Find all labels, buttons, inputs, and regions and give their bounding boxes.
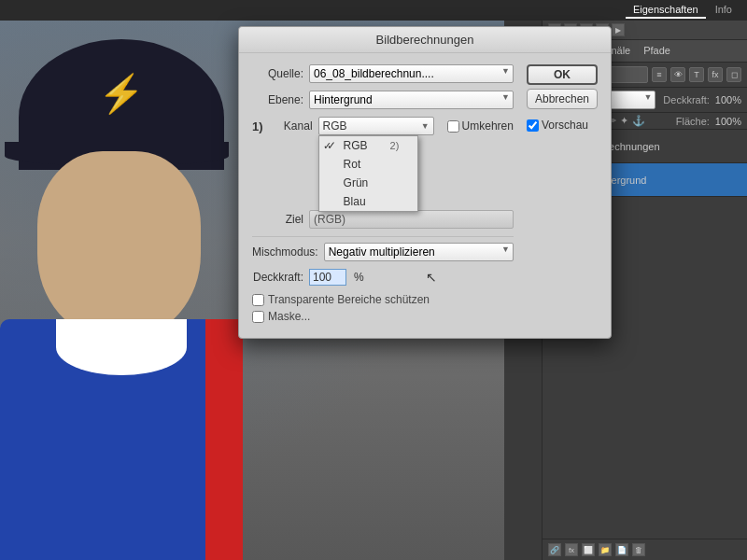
transparente-checkbox[interactable] [252,294,264,306]
kanal-section: 1) Kanal RGB ▼ [252,117,514,135]
quelle-row: Quelle: 06_08_bildberechnun.... [252,64,514,83]
icon-actions[interactable]: ▶ [612,23,625,36]
dropdown-label-rot: Rot [344,158,361,171]
bottom-checkboxes: Transparente Bereiche schützen Maske... [252,293,514,323]
annotation-1: 1) [252,119,263,133]
layers-tab-pfade[interactable]: Pfade [641,42,672,60]
cursor-indicator: ↖ [426,270,437,285]
ok-button[interactable]: OK [527,64,598,85]
dropdown-label-rgb: RGB [344,139,368,152]
link-layers-btn[interactable]: 🔗 [548,543,561,556]
opacity-label-panel: Deckkraft: [663,94,710,105]
maske-checkbox[interactable] [252,311,264,323]
layer-name-hintergrund: Hintergrund [593,175,741,186]
misch-select[interactable]: Negativ multiplizieren [324,243,514,261]
tab-info[interactable]: Info [708,2,740,19]
umkehren-label: Umkehren [462,119,514,133]
flaeche-value: 100% [715,116,741,127]
ziel-value-display: (RGB) [309,210,514,229]
kanal-dropdown-menu: ✓ RGB 2) Rot [318,135,419,212]
dialog-separator [252,236,514,237]
layers-bottom-bar: 🔗 fx ⬜ 📁 📄 🗑 [543,539,747,560]
icon-link[interactable]: T [689,67,704,82]
face: ⊙ [37,151,201,338]
deckkraft-input[interactable] [309,269,346,286]
ziel-value: (RGB) [314,213,345,226]
icon-visibility[interactable]: 👁 [670,67,685,82]
lightning-symbol: ⚡ [98,72,145,116]
add-mask-btn[interactable]: ⬜ [582,543,595,556]
deckkraft-row: Deckkraft: % ↖ [252,269,514,286]
maske-label: Maske... [268,310,310,323]
body [0,319,243,560]
vorschau-checkbox[interactable] [527,119,539,132]
kanal-row: 1) Kanal RGB ▼ [252,117,514,135]
transparente-row: Transparente Bereiche schützen [252,293,514,306]
quelle-label: Quelle: [252,67,303,80]
dropdown-label-blau: Blau [344,195,366,208]
annotation-2: 2) [372,140,400,151]
new-layer-btn[interactable]: 📄 [615,543,628,556]
dropdown-item-rgb[interactable]: ✓ RGB 2) [319,136,418,155]
vorschau-label: Vorschau [542,119,588,132]
layer-name-berechnungen: Berechnungen [593,141,741,152]
kanal-label: Kanal [271,119,313,133]
umkehren-group: Umkehren [447,119,514,133]
dialog-buttons: OK Abbrechen Vorschau [527,64,598,327]
filter-type-btn[interactable]: ≡ [652,67,667,82]
icon-mask[interactable]: ◻ [726,67,741,82]
dropdown-item-blau[interactable]: Blau [319,192,418,211]
ziel-label: Ziel [252,213,303,226]
ziel-row: Ziel (RGB) [252,210,514,229]
move-icon[interactable]: ✦ [620,115,628,127]
dropdown-item-rot[interactable]: Rot [319,155,418,174]
anchor-icon[interactable]: ⚓ [632,115,645,127]
deckkraft-label: Deckkraft: [252,271,303,284]
misch-label: Mischmodus: [252,245,318,259]
flaeche-label: Fläche: [676,116,710,127]
icon-fx[interactable]: fx [708,67,723,82]
ebene-label: Ebene: [252,93,303,106]
dialog-body: Quelle: 06_08_bildberechnun.... Ebene: [239,53,611,338]
kanal-select-display[interactable]: RGB ▼ [318,117,434,135]
dialog-title: Bildberechnungen [239,27,611,53]
kanal-dropdown-wrapper[interactable]: RGB ▼ ✓ RGB 2) [318,117,434,135]
bildberechnungen-dialog[interactable]: Bildberechnungen Quelle: 06_08_bildberec… [238,26,612,339]
ebene-select[interactable]: Hintergrund [309,91,514,109]
dropdown-label-gruen: Grün [344,176,369,189]
shirt-red-stripe [205,319,243,560]
abbrechen-button[interactable]: Abbrechen [527,89,598,109]
deckkraft-unit: % [354,271,364,284]
vorschau-row: Vorschau [527,119,598,132]
misch-row: Mischmodus: Negativ multiplizieren [252,243,514,261]
dropdown-item-gruen[interactable]: Grün [319,174,418,192]
delete-layer-btn[interactable]: 🗑 [632,543,645,556]
umkehren-checkbox[interactable] [447,120,459,133]
opacity-value-panel: 100% [715,94,741,105]
new-group-btn[interactable]: 📁 [599,543,612,556]
quelle-select[interactable]: 06_08_bildberechnun.... [309,64,514,83]
add-style-btn[interactable]: fx [565,543,578,556]
tab-eigenschaften[interactable]: Eigenschaften [626,2,706,19]
shirt-collar [56,319,187,375]
maske-row: Maske... [252,310,514,323]
kanal-selected-value: RGB [323,119,347,133]
transparente-label: Transparente Bereiche schützen [268,293,430,306]
checkmark-rgb: ✓ [327,139,340,152]
ebene-row: Ebene: Hintergrund [252,91,514,109]
top-bar: Eigenschaften Info [0,0,747,21]
kanal-dropdown-arrow: ▼ [421,121,430,131]
